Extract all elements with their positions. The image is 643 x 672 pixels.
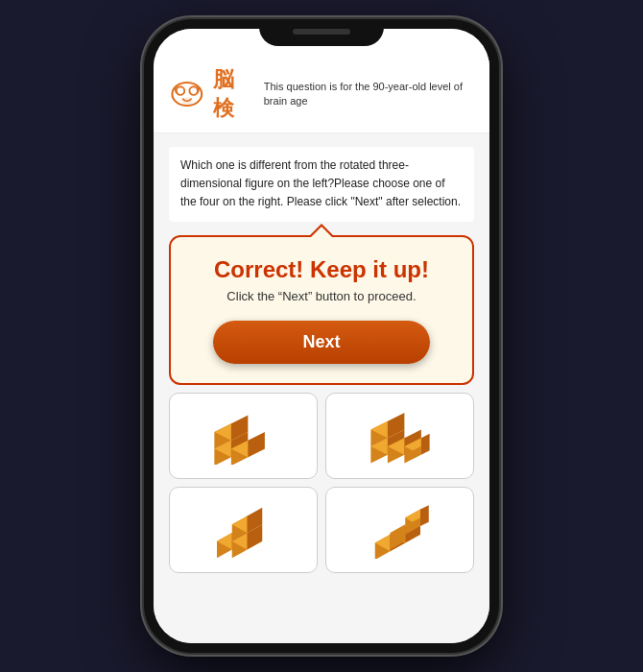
header-description: This question is for the 90-year-old lev… bbox=[264, 80, 474, 109]
next-button[interactable]: Next bbox=[213, 321, 430, 364]
popup-title: Correct! Keep it up! bbox=[186, 256, 457, 283]
main-content: Which one is different from the rotated … bbox=[154, 133, 489, 643]
answer-grid bbox=[169, 393, 474, 573]
speaker bbox=[293, 29, 350, 35]
svg-marker-21 bbox=[420, 433, 429, 454]
app-title: 脳検 bbox=[213, 65, 252, 123]
logo-icon bbox=[169, 73, 205, 115]
answer-card-2[interactable] bbox=[325, 393, 474, 479]
popup-container: Correct! Keep it up! Click the “Next” bu… bbox=[169, 235, 474, 385]
svg-marker-44 bbox=[420, 505, 429, 526]
svg-point-2 bbox=[189, 86, 198, 95]
screen-content: 脳検 This question is for the 90-year-old … bbox=[154, 29, 489, 643]
svg-marker-9 bbox=[248, 432, 265, 457]
shape-4-svg bbox=[367, 501, 434, 559]
phone-screen: 脳検 This question is for the 90-year-old … bbox=[154, 29, 489, 643]
answer-card-4[interactable] bbox=[325, 487, 474, 573]
phone-notch bbox=[259, 19, 384, 46]
popup-subtitle: Click the “Next” button to proceed. bbox=[186, 289, 457, 303]
shape-3-svg bbox=[210, 501, 277, 559]
question-text: Which one is different from the rotated … bbox=[169, 147, 474, 222]
phone-frame: 脳検 This question is for the 90-year-old … bbox=[144, 19, 499, 653]
answer-card-3[interactable] bbox=[169, 487, 318, 573]
shape-2-svg bbox=[367, 407, 434, 465]
correct-popup: Correct! Keep it up! Click the “Next” bu… bbox=[169, 235, 474, 385]
svg-point-1 bbox=[177, 86, 185, 95]
answer-card-1[interactable] bbox=[169, 393, 318, 479]
shape-1-svg bbox=[210, 407, 277, 465]
